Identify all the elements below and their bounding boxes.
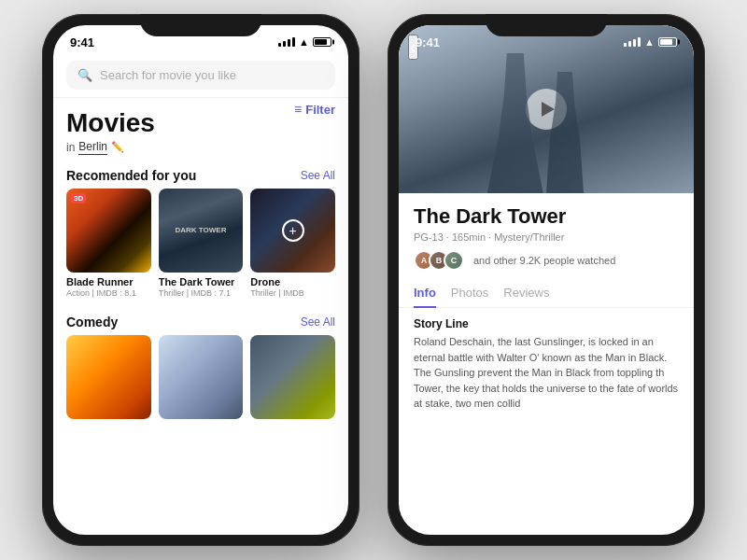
movie-detail-meta: PG-13 · 165min · Mystery/Thriller bbox=[414, 231, 679, 243]
location-text[interactable]: Berlin bbox=[78, 140, 107, 155]
battery-icon bbox=[313, 37, 331, 47]
search-icon: 🔍 bbox=[78, 68, 92, 82]
status-icons-1: ▲ bbox=[278, 36, 331, 48]
watchers-row: A B C and other 9.2K people watched bbox=[414, 250, 679, 271]
wifi-icon: ▲ bbox=[299, 36, 309, 48]
comedy-movies-row bbox=[53, 335, 348, 419]
comedy-title: Comedy bbox=[66, 315, 118, 329]
dark-tower-title: The Dark Tower bbox=[159, 276, 244, 287]
search-bar[interactable]: 🔍 Search for movie you like bbox=[66, 61, 335, 90]
wifi-2-icon: ▲ bbox=[644, 36, 655, 48]
notch-2 bbox=[486, 14, 607, 36]
movie-detail-title: The Dark Tower bbox=[414, 204, 679, 229]
comedy-card-1[interactable] bbox=[66, 335, 151, 419]
avatar-3: C bbox=[444, 250, 464, 271]
recommended-movies-row: 3D Blade Runner Action | IMDB : 8.1 DARK… bbox=[53, 189, 348, 298]
notch bbox=[140, 14, 261, 36]
drone-title: Drone bbox=[250, 276, 335, 287]
movies-header: Movies in Berlin ✏️ ≡ Filter bbox=[53, 102, 348, 159]
tabs-row: Info Photos Reviews bbox=[399, 280, 694, 308]
dark-tower-meta: Thriller | IMDB : 7.1 bbox=[159, 288, 244, 298]
movie-card-drone[interactable]: Drone Thriller | IMDB bbox=[250, 189, 335, 298]
phone-2: 9:41 ▲ bbox=[388, 14, 705, 546]
search-placeholder: Search for movie you like bbox=[100, 68, 236, 82]
comedy-poster-2 bbox=[159, 335, 244, 419]
watchers-text: and other 9.2K people watched bbox=[473, 255, 615, 266]
tab-reviews[interactable]: Reviews bbox=[503, 280, 564, 307]
battery-2-icon bbox=[658, 37, 677, 47]
drone-poster bbox=[250, 189, 335, 273]
avatar-stack: A B C bbox=[414, 250, 458, 271]
story-section: Story Line Roland Deschain, the last Gun… bbox=[414, 308, 679, 412]
recommended-see-all[interactable]: See All bbox=[301, 169, 335, 182]
filter-label: Filter bbox=[305, 103, 335, 117]
movies-title: Movies bbox=[66, 109, 155, 138]
recommended-section-header: Recomended for you See All bbox=[53, 159, 348, 189]
location-row: in Berlin ✏️ bbox=[66, 140, 155, 155]
dark-tower-poster: DARK TOWER bbox=[159, 189, 244, 273]
tab-photos[interactable]: Photos bbox=[451, 280, 503, 307]
blade-runner-meta: Action | IMDB : 8.1 bbox=[66, 288, 151, 298]
signal-bars-2-icon bbox=[624, 37, 641, 47]
in-label: in bbox=[66, 141, 75, 154]
comedy-card-2[interactable] bbox=[159, 335, 244, 419]
3d-badge: 3D bbox=[71, 193, 86, 203]
status-icons-2: ▲ bbox=[624, 36, 677, 48]
filter-icon: ≡ bbox=[294, 102, 302, 117]
phone1-content: 🔍 Search for movie you like Movies in Be… bbox=[53, 55, 348, 535]
tab-info[interactable]: Info bbox=[414, 280, 451, 307]
comedy-section-header: Comedy See All bbox=[53, 305, 348, 335]
comedy-see-all[interactable]: See All bbox=[301, 315, 335, 329]
detail-content: The Dark Tower PG-13 · 165min · Mystery/… bbox=[399, 193, 694, 419]
edit-icon[interactable]: ✏️ bbox=[111, 141, 124, 153]
recommended-title: Recomended for you bbox=[66, 168, 196, 183]
phone-1-screen: 9:41 ▲ 🔍 Search for movie you like bbox=[53, 25, 348, 535]
filter-button[interactable]: ≡ Filter bbox=[294, 102, 335, 117]
blade-runner-title: Blade Runner bbox=[66, 276, 151, 287]
status-time-2: 9:41 bbox=[416, 35, 440, 49]
divider-1 bbox=[53, 97, 348, 98]
story-text: Roland Deschain, the last Gunslinger, is… bbox=[414, 334, 679, 412]
phone-2-screen: 9:41 ▲ bbox=[399, 25, 694, 535]
crosshair-icon bbox=[282, 219, 304, 242]
status-time-1: 9:41 bbox=[70, 35, 94, 49]
story-label: Story Line bbox=[414, 317, 679, 330]
comedy-poster-1 bbox=[66, 335, 151, 419]
comedy-card-3[interactable] bbox=[250, 335, 335, 419]
signal-bars-icon bbox=[278, 37, 295, 47]
phone-1: 9:41 ▲ 🔍 Search for movie you like bbox=[42, 14, 359, 546]
blade-runner-poster: 3D bbox=[66, 189, 151, 273]
movie-card-blade-runner[interactable]: 3D Blade Runner Action | IMDB : 8.1 bbox=[66, 189, 151, 298]
phone2-content: ‹ The Dark Tower PG-13 · 165min · Myster… bbox=[399, 25, 694, 505]
movie-card-dark-tower[interactable]: DARK TOWER The Dark Tower Thriller | IMD… bbox=[159, 189, 244, 298]
drone-meta: Thriller | IMDB bbox=[250, 288, 335, 298]
play-icon bbox=[542, 102, 555, 117]
comedy-poster-3 bbox=[250, 335, 335, 419]
